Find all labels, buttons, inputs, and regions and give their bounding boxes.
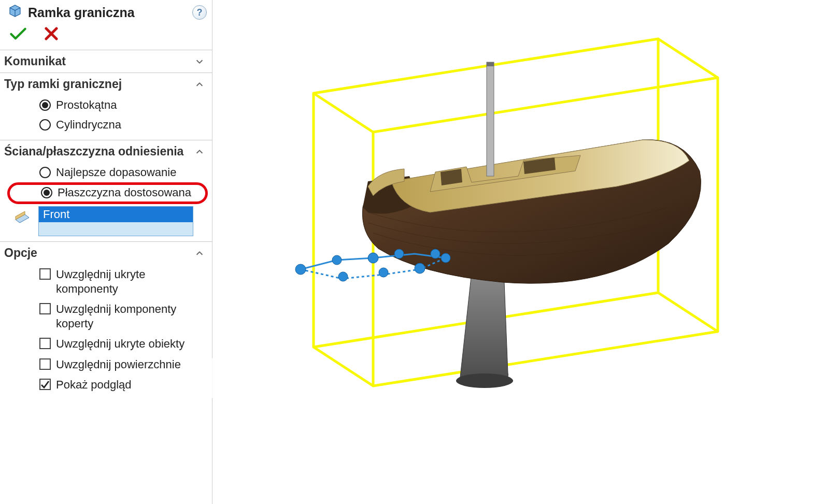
section-title: Ściana/płaszczyzna odniesienia <box>4 145 183 159</box>
svg-point-19 <box>379 268 388 277</box>
help-button[interactable]: ? <box>192 5 207 20</box>
checkbox-label: Uwzględnij powierzchnie <box>56 357 181 372</box>
radio-icon <box>41 187 52 198</box>
svg-line-10 <box>658 293 718 332</box>
checkbox-komponenty-koperty[interactable]: Uwzględnij komponenty koperty <box>4 299 208 334</box>
checkbox-icon <box>39 268 51 280</box>
checkbox-label: Uwzględnij ukryte obiekty <box>56 337 184 351</box>
chevron-down-icon <box>194 56 205 67</box>
graphics-viewport[interactable] <box>212 0 838 504</box>
checkbox-icon <box>39 379 51 390</box>
confirm-cancel-row <box>0 23 212 50</box>
reference-plane-selected[interactable]: Front <box>39 207 193 222</box>
section-header-typ[interactable]: Typ ramki granicznej <box>0 73 212 95</box>
checkbox-label: Uwzględnij komponenty koperty <box>56 302 208 330</box>
svg-point-12 <box>456 373 513 388</box>
property-panel: Ramka graniczna ? Komunikat <box>0 0 212 504</box>
radio-label: Najlepsze dopasowanie <box>56 166 176 179</box>
svg-point-16 <box>332 255 342 265</box>
chevron-up-icon <box>194 79 205 90</box>
radio-label: Płaszczyzna dostosowana <box>58 186 191 199</box>
boat-mast <box>487 62 494 176</box>
section-opcje: Opcje Uwzględnij ukryte komponenty Uwzgl… <box>0 241 212 400</box>
radio-prostokatna[interactable]: Prostokątna <box>4 95 208 115</box>
panel-header: Ramka graniczna ? <box>0 0 212 23</box>
chevron-up-icon <box>194 248 205 258</box>
radio-icon <box>39 99 51 111</box>
svg-point-21 <box>415 263 425 273</box>
radio-cylindryczna[interactable]: Cylindryczna <box>4 115 208 135</box>
checkbox-label: Uwzględnij ukryte komponenty <box>56 267 208 296</box>
svg-rect-13 <box>487 62 494 176</box>
checkbox-icon <box>39 338 51 349</box>
svg-point-22 <box>431 249 440 258</box>
section-komunikat: Komunikat <box>0 50 212 73</box>
section-title: Typ ramki granicznej <box>4 77 122 91</box>
svg-point-20 <box>394 249 404 258</box>
radio-label: Prostokątna <box>56 98 117 112</box>
plane-icon <box>13 208 31 226</box>
reference-plane-listbox[interactable]: Front <box>38 206 193 236</box>
checkbox-icon <box>39 358 51 370</box>
checkbox-podglad[interactable]: Pokaż podgląd <box>4 375 208 395</box>
feature-icon <box>7 3 23 22</box>
cancel-button[interactable] <box>45 27 58 44</box>
svg-point-15 <box>295 264 306 275</box>
svg-rect-14 <box>487 62 494 66</box>
checkbox-ukryte-komponenty[interactable]: Uwzględnij ukryte komponenty <box>4 264 208 299</box>
svg-point-17 <box>338 272 348 281</box>
section-title: Komunikat <box>4 54 66 68</box>
checkbox-powierzchnie[interactable]: Uwzględnij powierzchnie <box>4 354 208 375</box>
chevron-up-icon <box>194 147 205 157</box>
svg-point-23 <box>441 253 450 263</box>
svg-line-11 <box>314 347 373 386</box>
listbox-empty-row[interactable] <box>39 222 193 236</box>
section-typ: Typ ramki granicznej Prostokątna Cylindr… <box>0 73 212 140</box>
reference-plane-row: Front <box>4 204 208 236</box>
ok-button[interactable] <box>9 26 27 45</box>
section-sciana: Ściana/płaszczyzna odniesienia Najlepsze… <box>0 140 212 241</box>
section-title: Opcje <box>4 246 37 260</box>
svg-point-18 <box>368 253 378 263</box>
section-header-sciana[interactable]: Ściana/płaszczyzna odniesienia <box>0 140 212 163</box>
radio-icon <box>39 119 51 131</box>
checkbox-ukryte-obiekty[interactable]: Uwzględnij ukryte obiekty <box>4 334 208 354</box>
radio-label: Cylindryczna <box>56 118 121 132</box>
radio-icon <box>39 167 51 178</box>
radio-najlepsze[interactable]: Najlepsze dopasowanie <box>4 163 208 182</box>
checkbox-icon <box>39 303 51 314</box>
svg-line-9 <box>658 39 718 78</box>
section-header-komunikat[interactable]: Komunikat <box>0 50 212 73</box>
annotation-highlight-oval: Płaszczyzna dostosowana <box>7 182 208 204</box>
section-header-opcje[interactable]: Opcje <box>0 242 212 264</box>
svg-line-8 <box>314 93 373 132</box>
checkbox-label: Pokaż podgląd <box>56 378 132 392</box>
panel-title: Ramka graniczna <box>28 5 187 20</box>
